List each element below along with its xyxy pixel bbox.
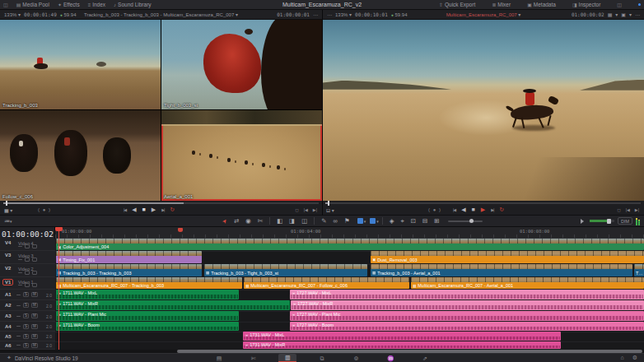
timeline-clip-tracking-selected[interactable]: ▦Tracking_b_003 - Tracking_b_003: [56, 264, 202, 276]
stop-button[interactable]: ■: [142, 206, 146, 214]
enable-track-icon[interactable]: [32, 244, 37, 248]
track-header-a1[interactable]: A1 SM 2.0: [0, 290, 55, 300]
goto-out-button[interactable]: ▶|: [635, 207, 639, 212]
mute-button[interactable]: M: [31, 292, 38, 297]
audio-clip-1727-mixl[interactable]: ∞1727.WAV - MixL: [290, 290, 644, 299]
match-frame-button[interactable]: ◻: [296, 207, 299, 212]
source-scrub-bar[interactable]: [3, 202, 319, 204]
multicam-angle-tracking[interactable]: Tracking_b_003: [0, 20, 161, 109]
viewer-mode-button[interactable]: ⊡ ▾: [326, 207, 334, 215]
timeline-zoom-slider[interactable]: [448, 220, 483, 222]
marker-color-chip[interactable]: [370, 218, 376, 224]
audio-clip-1711-mixl[interactable]: ∞1711.WAV - MixL: [56, 290, 239, 299]
step-back-button[interactable]: ◀: [132, 206, 136, 214]
flag-button[interactable]: ⚑: [344, 216, 350, 226]
lock-icon[interactable]: [18, 259, 22, 260]
goto-out-button[interactable]: ▶|: [313, 207, 317, 212]
viewer-mode-select[interactable]: ▣: [621, 12, 626, 17]
mute-button[interactable]: M: [31, 324, 38, 329]
audio-clip-1727-plant[interactable]: ∞1727.WAV - Plant Mic: [290, 311, 644, 321]
page-cut[interactable]: ✄: [245, 355, 263, 362]
goto-in-button[interactable]: |◀: [304, 207, 308, 212]
lock-icon[interactable]: [16, 336, 21, 336]
timeline-clip-partial[interactable]: T…: [634, 264, 644, 276]
auto-select-icon[interactable]: [25, 258, 30, 262]
pen-tool-button[interactable]: ✎: [321, 216, 326, 226]
lock-icon[interactable]: [16, 295, 21, 295]
audio-clip-1731-mixl[interactable]: ∞1731.WAV - MixL: [243, 332, 561, 341]
track-header-v4[interactable]: V4 Video 4: [0, 239, 55, 251]
linked-selection-button[interactable]: ⌖: [401, 216, 404, 226]
zoom-in-button[interactable]: ⊞: [434, 216, 439, 226]
track-header-v2[interactable]: V2 Video 2: [0, 264, 55, 277]
viewer-overlay-menu[interactable]: ⋯: [635, 12, 640, 17]
timeline-marker-red[interactable]: [178, 228, 183, 232]
mixer-button[interactable]: ≣Mixer: [492, 2, 511, 7]
loop-button[interactable]: ↻: [499, 206, 504, 214]
page-edit-active[interactable]: ▥: [278, 354, 296, 362]
step-back-button[interactable]: ◀: [461, 206, 465, 214]
track-header-a2[interactable]: A2 SM 2.0: [0, 300, 55, 311]
page-deliver[interactable]: ⇗: [416, 355, 434, 362]
auto-select-icon[interactable]: [25, 244, 30, 248]
enable-track-icon[interactable]: [32, 258, 37, 262]
playhead-head[interactable]: [55, 227, 63, 231]
multicam-angle-tight[interactable]: Tight_b_003_st: [161, 20, 322, 109]
enable-track-icon[interactable]: [32, 283, 37, 287]
timeline-viewer-image[interactable]: [323, 20, 644, 201]
audio-clip-1727-boom[interactable]: ∞1727.WAV - Boom: [290, 322, 644, 331]
auto-select-icon[interactable]: [25, 271, 30, 275]
timeline-clip-multicam-tracking[interactable]: ▦Multicam_Escaramuza_RC_007 - Tracking_b…: [56, 277, 242, 289]
page-media[interactable]: ▤: [210, 355, 228, 362]
track-header-a6[interactable]: A6 SM 2.0: [0, 341, 55, 350]
solo-button[interactable]: S: [23, 292, 29, 297]
sound-library-button[interactable]: ♪Sound Library: [114, 2, 151, 7]
jog-control[interactable]: ( ● ): [428, 207, 441, 212]
stop-button[interactable]: ■: [472, 206, 475, 214]
lock-icon[interactable]: [18, 246, 22, 247]
timeline-clip-multicam-aerial[interactable]: ▦Multicam_Escaramuza_RC_007 - Aerial_a_0…: [411, 277, 644, 289]
solo-button[interactable]: S: [23, 303, 29, 308]
dynamic-trim-button[interactable]: ◉: [245, 216, 251, 226]
effects-button[interactable]: ✦Effects: [58, 2, 80, 7]
viewer-options-menu[interactable]: ⋯: [327, 12, 332, 17]
inspector-button[interactable]: ◨Inspector: [572, 2, 600, 7]
zoom-fit-button[interactable]: ⊡: [411, 216, 416, 226]
timeline-clip-multicam-follow[interactable]: ▦Multicam_Escaramuza_RC_007 - Follow_c_0…: [244, 277, 409, 289]
insert-clip-button[interactable]: ◧: [277, 216, 282, 226]
lock-icon[interactable]: [16, 316, 21, 317]
page-color[interactable]: ⊚: [348, 355, 366, 362]
solo-button[interactable]: S: [23, 313, 29, 318]
next-clip-button[interactable]: ▶|: [161, 206, 164, 214]
link-clips-button[interactable]: ∞: [334, 216, 338, 226]
prev-clip-button[interactable]: |◀: [453, 206, 455, 214]
multicam-angle-follow[interactable]: Follow_c_006: [0, 110, 161, 201]
solo-button[interactable]: S: [23, 343, 29, 348]
snapping-button[interactable]: ◈: [390, 216, 394, 226]
multicam-view-select[interactable]: ▦ ▾: [4, 207, 12, 215]
prev-clip-button[interactable]: |◀: [124, 206, 126, 214]
index-button[interactable]: ≡Index: [88, 2, 105, 7]
track-header-a3[interactable]: A3 SM 2.0: [0, 311, 55, 322]
zoom-out-button[interactable]: ⊟: [422, 216, 427, 226]
next-clip-button[interactable]: ▶|: [491, 206, 493, 214]
track-header-a5[interactable]: A5 SM 2.0: [0, 332, 55, 341]
solo-button[interactable]: S: [23, 324, 29, 329]
monitor-volume-slider[interactable]: [590, 220, 614, 222]
solo-button[interactable]: S: [23, 334, 29, 339]
media-pool-button[interactable]: ▤Media Pool: [16, 2, 49, 7]
audio-clip-1711-plant[interactable]: ∞1711.WAV - Plant Mic: [56, 311, 239, 321]
source-zoom-select[interactable]: 133% ▾: [4, 12, 21, 17]
match-frame-button[interactable]: ◻: [618, 207, 621, 212]
viewer-zoom-select[interactable]: 133% ▾: [335, 12, 352, 17]
source-options-menu[interactable]: ⋯: [313, 12, 318, 17]
track-header-a4[interactable]: A4 SM 2.0: [0, 322, 55, 332]
mute-button[interactable]: M: [31, 313, 38, 318]
timeline-ruler[interactable]: 01:00:00:00 01:00:04:00 01:00:08:00: [55, 227, 644, 239]
dim-button[interactable]: DIM: [618, 217, 632, 225]
mute-button[interactable]: M: [31, 303, 38, 308]
auto-select-icon[interactable]: [25, 283, 30, 287]
timeline-scrub-bar[interactable]: [325, 202, 641, 204]
multicam-angle-aerial-selected[interactable]: Aerial_a_001: [161, 110, 322, 201]
playhead-line[interactable]: [58, 227, 59, 350]
